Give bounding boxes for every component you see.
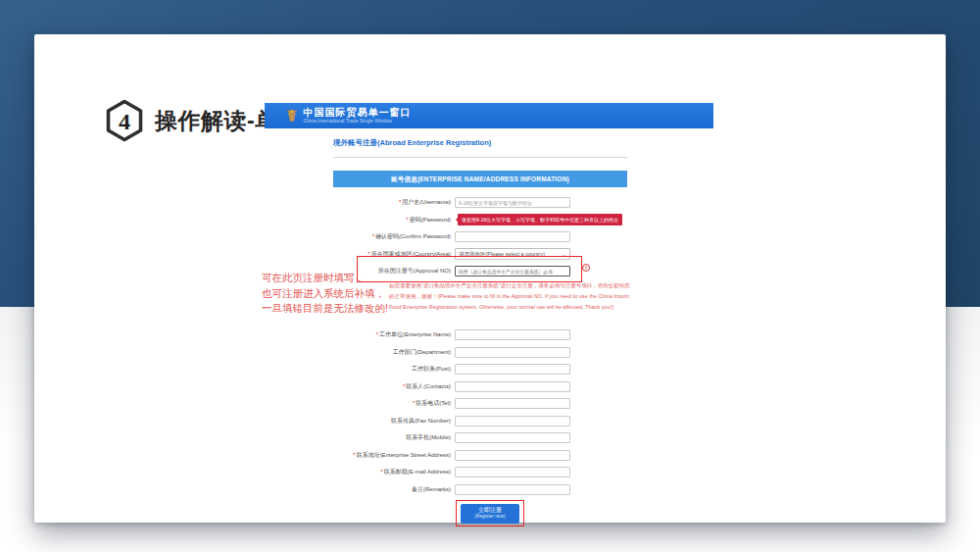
field-control: 请使用8-16位大写字母、小写字母、数字和符号中任意三种及以上的组合 <box>455 214 622 226</box>
field-control <box>455 381 570 392</box>
form-row: *联系电话(Tel) <box>333 395 627 413</box>
approval-note: 如您需要使用“进口食品境外生产企业注册系统”进行企业注册，请务必填写注册号项目，… <box>389 280 632 314</box>
form-row: *密码(Password)请使用8-16位大写字母、小写字母、数字和符号中任意三… <box>333 212 627 229</box>
field-control <box>455 347 570 358</box>
field-label: 联系传真(Fax Number) <box>333 417 455 426</box>
field-label: 备注(Remarks) <box>333 485 455 494</box>
register-highlight-box: 立即注册 (Register now) <box>456 500 524 527</box>
text-input[interactable] <box>455 329 570 340</box>
form-row: 备注(Remarks) <box>333 481 627 499</box>
form-row: *联系地址(Enterprise Street Address) <box>333 447 627 465</box>
registration-page-title: 境外账号注册(Abroad Enterprise Registration) <box>333 138 491 148</box>
field-control <box>455 467 570 477</box>
register-button[interactable]: 立即注册 (Register now) <box>461 504 519 524</box>
field-label: 工作职务(Post) <box>333 365 455 374</box>
required-asterisk: * <box>413 400 415 406</box>
customs-caduceus-icon: ☤ <box>286 108 297 125</box>
field-control <box>455 484 570 495</box>
text-input[interactable] <box>455 231 570 242</box>
required-asterisk: * <box>368 251 369 257</box>
annotation-note: 可在此页注册时填写， 也可注册进入系统后补填， 一旦填错目前是无法修改的! <box>262 271 409 317</box>
slide: 4 操作解读-单一窗口注册 可在此页注册时填写， 也可注册进入系统后补填， 一旦… <box>0 0 980 552</box>
section-header: 账号信息(ENTERPRISE NAME/ADDRESS INFORMATION… <box>333 171 627 187</box>
form-row: *联系人(Contacts) <box>333 378 627 396</box>
field-control <box>455 329 570 340</box>
site-brand-en: China International Trade Single Window <box>303 118 411 125</box>
field-label: *联系电话(Tel) <box>333 399 455 408</box>
text-input[interactable] <box>455 398 570 409</box>
field-label: *密码(Password) <box>333 216 455 225</box>
slide-number-hexagon-icon: 4 <box>105 99 144 142</box>
required-asterisk: * <box>403 383 405 389</box>
warning-icon: ! <box>582 264 590 272</box>
form-row: *所在国家或地区(Country/Area)请选择地区(Please selec… <box>333 246 627 264</box>
slide-card: 4 操作解读-单一窗口注册 可在此页注册时填写， 也可注册进入系统后补填， 一旦… <box>34 34 946 523</box>
text-input[interactable] <box>455 432 570 443</box>
field-control: 6-18位英文字母或字母与数字组合 <box>455 197 570 208</box>
field-control <box>455 416 570 427</box>
field-label: *联系地址(Enterprise Street Address) <box>333 451 455 460</box>
text-input[interactable] <box>455 381 570 392</box>
site-brand: 中国国际贸易单一窗口 China International Trade Sin… <box>303 107 411 125</box>
field-control <box>455 432 570 443</box>
text-input[interactable]: 6-18位英文字母或字母与数字组合 <box>455 197 570 208</box>
form-row: 工作部门(Department) <box>333 344 627 362</box>
select-value: 请选择地区(Please select a country) <box>459 251 545 258</box>
form-row: *确认密码(Confirm Password) <box>333 228 627 246</box>
form-row: *联系邮箱(E-mail Address) <box>333 464 627 481</box>
required-asterisk: * <box>406 217 408 223</box>
contact-info-rows: *工作单位(Enterprise Name)工作部门(Department)工作… <box>333 326 627 498</box>
country-select[interactable]: 请选择地区(Please select a country)⌄ <box>455 248 570 260</box>
form-row: *用户名(Username)6-18位英文字母或字母与数字组合 <box>333 194 627 212</box>
form-row: 联系手机(Mobile) <box>333 429 627 447</box>
site-brand-cn: 中国国际贸易单一窗口 <box>303 107 411 118</box>
password-hint-badge: 请使用8-16位大写字母、小写字母、数字和符号中任意三种及以上的组合 <box>458 214 622 226</box>
required-asterisk: * <box>376 331 378 337</box>
text-input[interactable] <box>455 364 570 375</box>
text-input[interactable] <box>455 467 570 477</box>
required-asterisk: * <box>380 469 382 475</box>
field-label: *联系人(Contacts) <box>333 382 455 391</box>
field-control <box>455 398 570 409</box>
required-asterisk: * <box>372 233 374 239</box>
field-control: 请选择地区(Please select a country)⌄ <box>455 248 570 260</box>
required-asterisk: * <box>353 452 355 458</box>
divider <box>333 157 627 158</box>
form-row: 工作职务(Post) <box>333 361 627 378</box>
text-input[interactable] <box>455 484 570 495</box>
approval-no-input[interactable]: 联用《进口食品境外生产企业注册系统》必填 <box>455 266 570 276</box>
form-row: *工作单位(Enterprise Name) <box>333 326 627 344</box>
required-asterisk: * <box>399 199 401 205</box>
field-label: *确认密码(Confirm Password) <box>333 232 455 241</box>
svg-text:4: 4 <box>119 109 130 134</box>
field-control <box>455 231 570 242</box>
field-control <box>455 450 570 461</box>
site-header: ☤ 中国国际贸易单一窗口 China International Trade S… <box>265 103 713 128</box>
field-label: *所在国家或地区(Country/Area) <box>333 250 455 259</box>
text-input[interactable] <box>455 450 570 461</box>
field-label: 工作部门(Department) <box>333 348 455 357</box>
text-input[interactable] <box>455 347 570 358</box>
field-label: *用户名(Username) <box>333 198 455 207</box>
register-button-label-cn: 立即注册 <box>478 506 502 514</box>
text-input[interactable] <box>455 416 570 427</box>
field-control <box>455 364 570 375</box>
field-control: 联用《进口食品境外生产企业注册系统》必填 <box>455 266 570 276</box>
field-label: *工作单位(Enterprise Name) <box>333 330 455 339</box>
form-row: 联系传真(Fax Number) <box>333 413 627 430</box>
annotation-line: 可在此页注册时填写， <box>262 271 409 286</box>
chevron-down-icon: ⌄ <box>561 251 566 258</box>
field-label: 联系手机(Mobile) <box>333 433 455 442</box>
annotation-line: 一旦填错目前是无法修改的! <box>262 301 409 317</box>
register-button-label-en: (Register now) <box>474 514 505 520</box>
field-label: *联系邮箱(E-mail Address) <box>333 468 455 477</box>
annotation-line: 也可注册进入系统后补填， <box>262 286 409 302</box>
